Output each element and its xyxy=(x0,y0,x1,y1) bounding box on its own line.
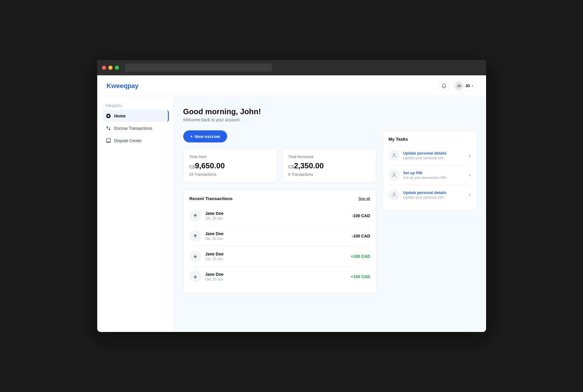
task-avatar xyxy=(389,189,400,200)
close-btn[interactable] xyxy=(102,66,106,70)
total-sent-label: Total Sent xyxy=(189,155,271,159)
sidebar-item-escrow-label: Escrow Transactions xyxy=(114,126,152,131)
task-desc: Update your personal info. xyxy=(403,156,465,160)
table-row[interactable]: Jane Doe Sat, 20 Jan +100 CAD xyxy=(189,246,370,267)
tx-info: Jane Doe Sat, 20 Jan xyxy=(205,211,348,220)
task-info: Set up PIN Set up your transaction PIN. xyxy=(403,171,465,180)
svg-point-3 xyxy=(393,153,395,155)
sidebar-item-home[interactable]: Home xyxy=(102,110,169,122)
task-desc: Set up your transaction PIN. xyxy=(403,176,465,180)
total-sent-card: Total Sent C$9,650.00 24 Transactions xyxy=(183,148,278,183)
transactions-header: Recent Transactions See all xyxy=(189,196,370,201)
titlebar xyxy=(97,60,486,75)
topbar: Kweeqpay JD JD ▾ xyxy=(97,75,486,97)
transfer-icon xyxy=(105,125,111,131)
table-row[interactable]: Jane Doe Sat, 20 Jan +100 CAD xyxy=(189,267,370,287)
tx-direction-icon xyxy=(189,230,201,242)
tx-direction-icon xyxy=(189,250,201,262)
task-item-3[interactable]: Update personal details Update your pers… xyxy=(389,185,470,205)
chevron-right-icon: › xyxy=(469,192,470,197)
bell-icon xyxy=(441,83,447,89)
total-received-count: 6 Transactions xyxy=(288,172,370,177)
svg-rect-2 xyxy=(106,139,110,142)
tx-amount: -100 CAD xyxy=(352,213,370,218)
greeting-section: Good morning, John! Welcome back to your… xyxy=(183,107,477,122)
transactions-section: Recent Transactions See all Jane Doe xyxy=(183,190,376,293)
total-received-currency: C$ xyxy=(288,164,294,169)
tx-amount: +100 CAD xyxy=(351,274,370,279)
total-sent-currency: C$ xyxy=(189,164,195,169)
url-bar[interactable] xyxy=(125,64,272,72)
total-sent-count: 24 Transactions xyxy=(189,172,271,177)
nav-label: Navigation xyxy=(102,104,169,108)
home-icon xyxy=(105,113,111,119)
table-row[interactable]: Jane Doe Sat, 20 Jan -100 CAD xyxy=(189,206,370,226)
logo: Kweeqpay xyxy=(107,82,139,90)
plus-icon: + xyxy=(190,134,193,139)
content-area: Good morning, John! Welcome back to your… xyxy=(174,97,486,332)
sidebar-item-escrow[interactable]: Escrow Transactions xyxy=(102,122,169,134)
task-title: Update personal details xyxy=(403,151,465,155)
new-escrow-label: New escrow xyxy=(194,134,220,139)
minimize-btn[interactable] xyxy=(108,66,113,70)
tx-direction-icon xyxy=(189,210,201,222)
total-sent-value: 9,650.00 xyxy=(195,161,225,170)
transactions-title: Recent Transactions xyxy=(189,196,233,201)
dispute-icon xyxy=(105,138,111,144)
tx-amount: +100 CAD xyxy=(351,254,370,259)
tx-direction-icon xyxy=(189,271,201,283)
total-received-value: 2,350.00 xyxy=(294,161,324,170)
greeting-subtitle: Welcome back to your account. xyxy=(183,117,477,122)
total-sent-amount: C$9,650.00 xyxy=(189,161,271,170)
content-row: + New escrow Total Sent C$9,650.00 24 Tr… xyxy=(183,130,477,293)
sidebar-item-dispute-label: Dispute Center xyxy=(114,138,142,143)
svg-point-5 xyxy=(393,193,395,195)
task-desc: Update your personal info. xyxy=(403,195,465,200)
see-all-link[interactable]: See all xyxy=(359,196,370,201)
chevron-right-icon: › xyxy=(469,173,470,177)
tx-date: Sat, 20 Jan xyxy=(205,277,347,281)
app-window: Kweeqpay JD JD ▾ xyxy=(97,60,486,332)
svg-point-1 xyxy=(108,115,109,117)
task-info: Update personal details Update your pers… xyxy=(403,190,465,200)
sidebar-item-dispute[interactable]: Dispute Center xyxy=(102,135,169,147)
total-received-label: Total Received xyxy=(288,155,370,159)
tx-amount: -100 CAD xyxy=(352,234,370,238)
stats-row: Total Sent C$9,650.00 24 Transactions To… xyxy=(183,148,376,183)
task-item-2[interactable]: Set up PIN Set up your transaction PIN. … xyxy=(389,165,470,185)
chevron-down-icon: ▾ xyxy=(472,84,473,87)
task-title: Update personal details xyxy=(403,190,465,195)
svg-point-4 xyxy=(393,173,395,175)
total-received-card: Total Received C$2,350.00 6 Transactions xyxy=(282,148,376,183)
new-escrow-button[interactable]: + New escrow xyxy=(183,130,227,142)
notification-button[interactable] xyxy=(438,80,450,92)
table-row[interactable]: Jane Doe Sat, 20 Jan -100 CAD xyxy=(189,226,370,246)
tx-name: Jane Doe xyxy=(205,231,348,236)
sidebar-item-home-label: Home xyxy=(114,114,126,118)
tx-name: Jane Doe xyxy=(205,272,347,277)
task-title: Set up PIN xyxy=(403,171,465,175)
tasks-title: My Tasks xyxy=(389,137,470,142)
tx-date: Sat, 20 Jan xyxy=(205,257,347,261)
task-avatar xyxy=(389,170,400,181)
maximize-btn[interactable] xyxy=(115,66,119,70)
user-menu-button[interactable]: JD JD ▾ xyxy=(453,80,477,92)
avatar: JD xyxy=(455,82,463,90)
user-name: JD xyxy=(465,84,470,88)
side-panel: My Tasks Update personal details xyxy=(382,130,477,211)
greeting-title: Good morning, John! xyxy=(183,107,477,116)
task-avatar xyxy=(389,150,400,161)
task-item-1[interactable]: Update personal details Update your pers… xyxy=(389,146,470,165)
total-received-amount: C$2,350.00 xyxy=(288,161,370,170)
tx-name: Jane Doe xyxy=(205,211,348,216)
main-layout: Navigation Home xyxy=(97,97,486,332)
main-panel: + New escrow Total Sent C$9,650.00 24 Tr… xyxy=(183,130,376,293)
tx-info: Jane Doe Sat, 20 Jan xyxy=(205,272,347,281)
app-body: Kweeqpay JD JD ▾ xyxy=(97,75,486,332)
sidebar: Navigation Home xyxy=(97,97,174,332)
topbar-right: JD JD ▾ xyxy=(438,80,477,92)
tx-info: Jane Doe Sat, 20 Jan xyxy=(205,231,348,241)
tx-name: Jane Doe xyxy=(205,252,347,256)
tx-date: Sat, 20 Jan xyxy=(205,237,348,241)
tx-date: Sat, 20 Jan xyxy=(205,216,348,220)
